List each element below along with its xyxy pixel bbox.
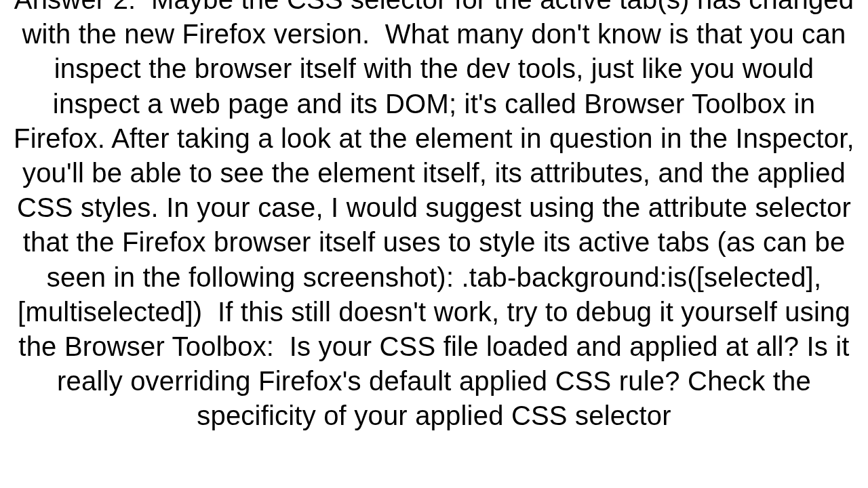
document-page: Answer 2: Maybe the CSS selector for the…: [0, 0, 868, 488]
answer-body-text: Answer 2: Maybe the CSS selector for the…: [14, 0, 854, 433]
